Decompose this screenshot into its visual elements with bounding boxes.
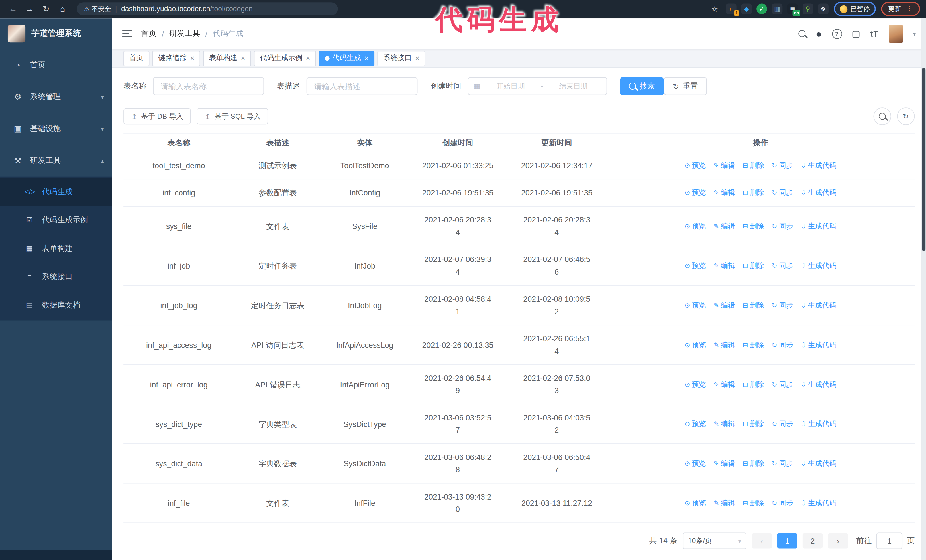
browser-menu-kebab-icon[interactable]: ⋮ xyxy=(906,5,913,13)
sidebar-subitem-system-api[interactable]: ≡ 系统接口 xyxy=(0,263,112,291)
delete-link[interactable]: ⊟ 删除 xyxy=(743,187,764,199)
tab-tracing[interactable]: 链路追踪 × xyxy=(153,50,200,66)
orange-extension-icon[interactable]: ◐1 xyxy=(726,3,736,14)
generate-code-link[interactable]: ⇩ 生成代码 xyxy=(801,299,837,312)
user-avatar[interactable] xyxy=(889,24,903,43)
tab-system-api[interactable]: 系统接口 × xyxy=(378,50,425,66)
browser-reload-icon[interactable]: ↻ xyxy=(39,0,53,18)
fullscreen-icon[interactable]: ▢ xyxy=(852,28,860,39)
font-size-icon[interactable]: tT xyxy=(870,29,879,38)
sync-link[interactable]: ↻ 同步 xyxy=(772,260,793,272)
reset-button[interactable]: ↻ 重置 xyxy=(664,77,707,95)
sidebar-subitem-codegen-demo[interactable]: ☑ 代码生成示例 xyxy=(0,206,112,234)
toggle-search-button[interactable] xyxy=(873,107,891,125)
blue-gem-extension-icon[interactable]: ◆ xyxy=(741,3,752,14)
breadcrumb-devtools[interactable]: 研发工具 xyxy=(169,28,200,39)
sidebar-item-home[interactable]: ◔ 首页 xyxy=(0,49,112,81)
generate-code-link[interactable]: ⇩ 生成代码 xyxy=(801,418,837,430)
preview-link[interactable]: ⊙ 预览 xyxy=(685,497,706,509)
dark-extension-icon[interactable]: ≣on xyxy=(787,3,798,14)
preview-link[interactable]: ⊙ 预览 xyxy=(685,220,706,232)
breadcrumb-home[interactable]: 首页 xyxy=(141,28,156,39)
browser-back-icon[interactable]: ← xyxy=(6,0,20,18)
chevron-down-icon[interactable]: ▾ xyxy=(913,30,916,37)
sidebar-subitem-form-build[interactable]: ▦ 表单构建 xyxy=(0,234,112,263)
generate-code-link[interactable]: ⇩ 生成代码 xyxy=(801,160,837,172)
browser-update-button[interactable]: 更新 ⋮ xyxy=(881,2,920,16)
delete-link[interactable]: ⊟ 删除 xyxy=(743,339,764,351)
page-button-2[interactable]: 2 xyxy=(803,533,823,549)
hamburger-icon[interactable] xyxy=(122,30,132,37)
app-logo-row[interactable]: 芋道管理系统 xyxy=(0,18,112,49)
delete-link[interactable]: ⊟ 删除 xyxy=(743,260,764,272)
close-icon[interactable]: × xyxy=(306,54,310,62)
sidebar-item-infra[interactable]: ▣ 基础设施 ▾ xyxy=(0,113,112,145)
generate-code-link[interactable]: ⇩ 生成代码 xyxy=(801,187,837,199)
generate-code-link[interactable]: ⇩ 生成代码 xyxy=(801,260,837,272)
delete-link[interactable]: ⊟ 删除 xyxy=(743,378,764,391)
edit-link[interactable]: ✎ 编辑 xyxy=(714,220,735,232)
next-page-button[interactable]: › xyxy=(828,533,848,549)
generate-code-link[interactable]: ⇩ 生成代码 xyxy=(801,457,837,470)
sidebar-item-devtools[interactable]: ⚒ 研发工具 ▴ xyxy=(0,145,112,177)
bookmark-star-icon[interactable]: ☆ xyxy=(711,5,718,14)
edit-link[interactable]: ✎ 编辑 xyxy=(714,418,735,430)
sidebar-subitem-db-doc[interactable]: ▤ 数据库文档 xyxy=(0,291,112,319)
search-icon[interactable] xyxy=(799,30,806,37)
date-range-picker[interactable]: ▦ 开始日期 - 结束日期 xyxy=(468,77,607,95)
delete-link[interactable]: ⊟ 删除 xyxy=(743,418,764,430)
tab-home[interactable]: 首页 xyxy=(123,50,149,66)
search-button[interactable]: 搜索 xyxy=(620,77,664,95)
sync-link[interactable]: ↻ 同步 xyxy=(772,339,793,351)
close-icon[interactable]: × xyxy=(415,54,419,62)
generate-code-link[interactable]: ⇩ 生成代码 xyxy=(801,497,837,509)
generate-code-link[interactable]: ⇩ 生成代码 xyxy=(801,339,837,351)
edit-link[interactable]: ✎ 编辑 xyxy=(714,378,735,391)
page-size-select[interactable]: 10条/页 ▾ xyxy=(683,533,746,549)
sync-link[interactable]: ↻ 同步 xyxy=(772,299,793,312)
scrollbar-thumb[interactable] xyxy=(922,68,925,251)
refresh-button[interactable]: ↻ xyxy=(897,107,915,125)
delete-link[interactable]: ⊟ 删除 xyxy=(743,457,764,470)
delete-link[interactable]: ⊟ 删除 xyxy=(743,160,764,172)
close-icon[interactable]: × xyxy=(365,54,369,62)
edit-link[interactable]: ✎ 编辑 xyxy=(714,497,735,509)
page-scrollbar[interactable] xyxy=(921,18,926,560)
sync-link[interactable]: ↻ 同步 xyxy=(772,497,793,509)
import-sql-button[interactable]: ↥ 基于 SQL 导入 xyxy=(197,108,268,124)
preview-link[interactable]: ⊙ 预览 xyxy=(685,418,706,430)
edit-link[interactable]: ✎ 编辑 xyxy=(714,160,735,172)
close-icon[interactable]: × xyxy=(241,54,245,62)
delete-link[interactable]: ⊟ 删除 xyxy=(743,220,764,232)
edit-link[interactable]: ✎ 编辑 xyxy=(714,457,735,470)
browser-forward-icon[interactable]: → xyxy=(23,0,37,18)
profile-chip[interactable]: 已暂停 xyxy=(834,2,876,16)
preview-link[interactable]: ⊙ 预览 xyxy=(685,160,706,172)
tab-codegen[interactable]: 代码生成 × xyxy=(319,50,374,66)
green-check-extension-icon[interactable]: ✓ xyxy=(757,3,767,14)
table-name-input[interactable] xyxy=(153,77,264,95)
preview-link[interactable]: ⊙ 预览 xyxy=(685,260,706,272)
prev-page-button[interactable]: ‹ xyxy=(752,533,772,549)
sidebar-subitem-codegen[interactable]: </> 代码生成 xyxy=(0,178,112,206)
tab-form-build[interactable]: 表单构建 × xyxy=(203,50,251,66)
sync-link[interactable]: ↻ 同步 xyxy=(772,220,793,232)
edit-link[interactable]: ✎ 编辑 xyxy=(714,339,735,351)
puzzle-extension-icon[interactable]: ❖ xyxy=(818,3,829,14)
preview-link[interactable]: ⊙ 预览 xyxy=(685,339,706,351)
table-desc-input[interactable] xyxy=(307,77,418,95)
address-bar[interactable]: ⚠ 不安全 | dashboard.yudao.iocoder.cn/tool/… xyxy=(77,2,337,15)
tab-codegen-demo[interactable]: 代码生成示例 × xyxy=(254,50,316,66)
github-icon[interactable]: ● xyxy=(816,29,822,39)
sidebar-collapse-bar[interactable] xyxy=(0,550,112,560)
edit-link[interactable]: ✎ 编辑 xyxy=(714,299,735,312)
sync-link[interactable]: ↻ 同步 xyxy=(772,418,793,430)
preview-link[interactable]: ⊙ 预览 xyxy=(685,457,706,470)
edit-link[interactable]: ✎ 编辑 xyxy=(714,187,735,199)
preview-link[interactable]: ⊙ 预览 xyxy=(685,378,706,391)
page-button-1[interactable]: 1 xyxy=(777,533,797,549)
security-warning[interactable]: ⚠ 不安全 xyxy=(84,5,111,14)
sliders-extension-icon[interactable]: ▥ xyxy=(772,3,782,14)
preview-link[interactable]: ⊙ 预览 xyxy=(685,187,706,199)
sync-link[interactable]: ↻ 同步 xyxy=(772,160,793,172)
